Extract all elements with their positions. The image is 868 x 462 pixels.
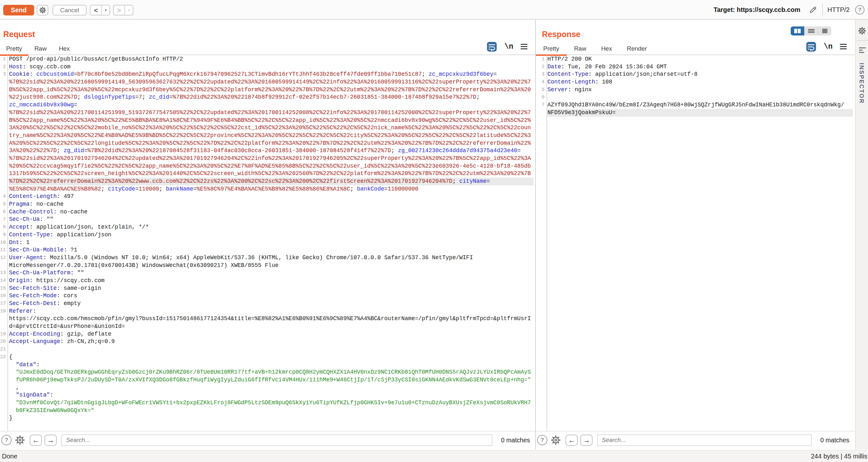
code-row[interactable]: Sec-Ch-Ua-Mobile: ?1	[9, 246, 533, 254]
status-message: Done	[2, 453, 18, 460]
code-row[interactable]: Content-Length: 497	[9, 193, 533, 201]
code-row[interactable]: AZYf09JQhd1BYA0nc49W/bEzm8I/Z3Ageqh7HG8+…	[548, 101, 853, 109]
layout-rows-button[interactable]	[804, 26, 818, 35]
search-help-icon[interactable]: ?	[537, 435, 548, 445]
forward-button[interactable]: > ▾	[113, 5, 133, 16]
tab-hex[interactable]: Hex	[53, 42, 76, 55]
code-row[interactable]: %7B%22sid%22%3A%20%221680599914149_56309…	[9, 78, 533, 86]
send-button[interactable]: Send	[3, 5, 34, 16]
tab-raw[interactable]: Raw	[28, 42, 53, 55]
code-row[interactable]: }	[9, 414, 533, 422]
code-row[interactable]: %7B%22sid%22%3A%201701927946204%2C%22upd…	[9, 155, 533, 163]
request-editor[interactable]: 12345678910111213141516171819202122 POST…	[0, 55, 535, 431]
code-row[interactable]: 3A%20%5C%22%5C%22%2C%5C%22mobile_no%5C%2…	[9, 124, 533, 132]
search-next-button[interactable]: →	[44, 435, 57, 446]
code-row[interactable]: Content-Type: application/json;charset=u…	[548, 70, 853, 78]
word-wrap-icon[interactable]	[806, 41, 816, 52]
tab-hex[interactable]: Hex	[594, 42, 620, 55]
search-input[interactable]	[62, 435, 492, 446]
code-row[interactable]: fUPR6h06Pj9ewpTkksPJ/2uDUySD+T0A/zxXVIfX…	[9, 376, 533, 384]
line-number: 22	[0, 353, 6, 361]
search-prev-button[interactable]: ←	[565, 435, 578, 446]
back-dropdown-caret-icon[interactable]: ▾	[101, 5, 110, 15]
code-row[interactable]: %E5%8C%97%E4%BA%AC%E5%B8%82; cityCode=11…	[9, 185, 533, 193]
code-row[interactable]: Accept-Language: zh-CN,zh;q=0.9	[9, 338, 533, 346]
cancel-button[interactable]: Cancel	[53, 5, 87, 16]
code-row[interactable]: "D3vnMf0CovQt/7qiWDtnGgigJLbgD+WFoFWEcr1…	[9, 399, 533, 407]
code-row[interactable]: Host: scqy.ccb.com	[9, 63, 533, 71]
search-input[interactable]	[597, 435, 812, 446]
code-row[interactable]: {	[9, 353, 533, 361]
back-button[interactable]: < ▾	[90, 5, 110, 16]
tab-raw[interactable]: Raw	[567, 42, 594, 55]
code-row[interactable]: %20%5C%22ccvcag5mqy1f7ie2%5C%22%2C%5C%22…	[9, 163, 533, 170]
code-row[interactable]: Content-Length: 108	[548, 78, 853, 86]
response-editor[interactable]: 1234567 HTTP/2 200 OKDate: Tue, 20 Feb 2…	[536, 55, 855, 431]
code-row[interactable]: "signData":	[9, 392, 533, 399]
request-code[interactable]: POST /prod-api/public/bussAct/getBussAct…	[9, 55, 533, 422]
code-row[interactable]: ,	[9, 384, 533, 392]
editor-menu-icon[interactable]	[521, 44, 527, 49]
code-row[interactable]: zc_nmccadi6bv8x90wg=	[9, 101, 533, 109]
code-row[interactable]: Sec-Fetch-Dest: empty	[9, 300, 533, 308]
code-row[interactable]	[9, 346, 533, 353]
code-row[interactable]: Sec-Ch-Ua: ""	[9, 216, 533, 224]
code-row[interactable]: d=&prvtCtrctId=&usrPhone=&unionId=	[9, 323, 533, 330]
code-row[interactable]: MicroMessenger/7.0.20.1781(0x6700143B) W…	[9, 262, 533, 269]
search-settings-icon[interactable]	[14, 435, 26, 445]
code-row[interactable]: "data":	[9, 361, 533, 369]
code-row[interactable]: %7D%22%2C%22referrerDomain%22%3A%20%22ww…	[9, 178, 533, 185]
code-row[interactable]: Sec-Fetch-Site: same-origin	[9, 285, 533, 292]
code-row[interactable]	[548, 93, 853, 101]
code-row[interactable]: B%5C%22app_name%5C%22%3A%20%5C%22%E5%BB%…	[9, 117, 533, 124]
layout-columns-button[interactable]	[791, 26, 804, 35]
newline-toggle-icon[interactable]: \n	[824, 42, 833, 51]
code-row[interactable]: NFD5V9e3jQoakmPskuU=	[548, 109, 853, 117]
code-row[interactable]: B%5C%22app_id%5C%22%3A%20%5C%22mcpcxkuz9…	[9, 86, 533, 94]
code-row[interactable]: A%20%5C%22%5C%22%2C%5C%22longitude%5C%22…	[9, 140, 533, 147]
code-row[interactable]: HTTP/2 200 OK	[548, 55, 853, 63]
inspector-collapse-icon[interactable]	[859, 48, 866, 54]
help-icon[interactable]: ?	[855, 5, 864, 15]
code-row[interactable]: Cache-Control: no-cache	[9, 208, 533, 216]
code-row[interactable]: 3A%20%22%22%7D; zg_did=%7B%22did%22%3A%2…	[9, 147, 533, 155]
code-row[interactable]: 1317b59%5C%22%2C%5C%22screen_height%5C%2…	[9, 170, 533, 178]
code-row[interactable]: Origin: https://scqy.ccb.com	[9, 277, 533, 285]
code-row[interactable]: Accept: application/json, text/plain, */…	[9, 224, 533, 231]
code-row[interactable]: Pragma: no-cache	[9, 201, 533, 208]
code-row[interactable]: User-Agent: Mozilla/5.0 (Windows NT 10.0…	[9, 254, 533, 262]
tab-pretty[interactable]: Pretty	[536, 42, 567, 55]
code-row[interactable]: %22just998.com%22%7D; dsloginTypeTips=7;…	[9, 93, 533, 101]
code-row[interactable]: https://scqy.ccb.com/hmscmob/pfin/gmyl?b…	[9, 315, 533, 323]
code-row[interactable]: Server: nginx	[548, 86, 853, 94]
search-next-button[interactable]: →	[580, 435, 592, 446]
code-row[interactable]: Referer:	[9, 308, 533, 315]
code-row[interactable]: POST /prod-api/public/bussAct/getBussAct…	[9, 55, 533, 63]
search-help-icon[interactable]: ?	[1, 435, 11, 445]
code-row[interactable]: "UJmxE0dDoq/GEThz0ERkgpwGGhEqryZsb0Gzcj0…	[9, 369, 533, 376]
code-row[interactable]: Content-Type: application/json	[9, 231, 533, 239]
inspector-settings-icon[interactable]	[858, 26, 866, 35]
search-prev-button[interactable]: ←	[30, 435, 42, 446]
inspector-label[interactable]: INSPECTOR	[858, 63, 865, 104]
editor-menu-icon[interactable]	[840, 44, 847, 49]
edit-target-pencil-icon[interactable]	[809, 6, 817, 14]
tab-pretty[interactable]: Pretty	[0, 42, 28, 55]
code-row[interactable]: Sec-Fetch-Mode: cors	[9, 292, 533, 300]
forward-dropdown-caret-icon[interactable]: ▾	[124, 5, 133, 15]
word-wrap-icon[interactable]	[487, 41, 497, 52]
newline-toggle-icon[interactable]: \n	[504, 42, 513, 51]
response-code[interactable]: HTTP/2 200 OKDate: Tue, 20 Feb 2024 15:3…	[548, 55, 853, 117]
code-row[interactable]: try_name%5C%22%3A%20%5C%22%E4%B8%AD%E5%9…	[9, 132, 533, 140]
code-row[interactable]: %7B%22sid%22%3A%20%221700114251999_51937…	[9, 109, 533, 117]
send-settings-button[interactable]	[37, 5, 48, 16]
code-row[interactable]: b0FkZ3SIEnwW6Nw0GQxYk="	[9, 407, 533, 414]
code-row[interactable]: Sec-Ch-Ua-Platform: ""	[9, 269, 533, 277]
layout-single-button[interactable]	[818, 26, 831, 35]
tab-render[interactable]: Render	[619, 42, 654, 55]
search-settings-icon[interactable]	[550, 435, 561, 445]
code-row[interactable]: Dnt: 1	[9, 239, 533, 247]
code-row[interactable]: Accept-Encoding: gzip, deflate	[9, 330, 533, 338]
code-row[interactable]: Date: Tue, 20 Feb 2024 15:36:04 GMT	[548, 63, 853, 71]
code-row[interactable]: Cookie: ccbcustomid=bf70c8bf0e52bd0bmnZi…	[9, 70, 533, 78]
